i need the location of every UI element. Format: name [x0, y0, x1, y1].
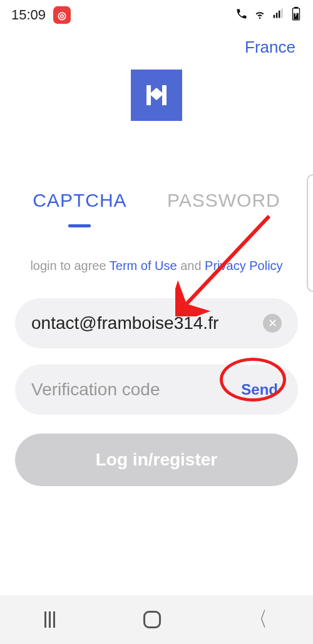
login-register-button[interactable]: Log in/register: [15, 434, 298, 486]
svg-rect-3: [281, 8, 283, 18]
nav-recent-button[interactable]: [44, 611, 55, 628]
email-field-container: ✕: [15, 298, 298, 348]
wifi-icon: [253, 8, 267, 23]
svg-rect-1: [276, 13, 278, 18]
svg-rect-2: [279, 11, 280, 18]
email-input[interactable]: [31, 313, 254, 333]
tab-captcha[interactable]: CAPTCHA: [33, 190, 126, 221]
battery-icon: [290, 7, 302, 24]
nav-home-button[interactable]: [143, 611, 161, 628]
android-navbar: 〈: [0, 595, 313, 644]
svg-rect-0: [274, 14, 275, 18]
send-button[interactable]: Send: [237, 381, 282, 398]
privacy-link[interactable]: Privacy Policy: [205, 259, 282, 273]
app-logo: [131, 70, 182, 121]
nav-back-button[interactable]: 〈: [251, 606, 267, 633]
status-bar: 15:09 ◎: [0, 0, 313, 26]
app-notification-icon: ◎: [53, 6, 71, 24]
clear-icon[interactable]: ✕: [263, 314, 282, 333]
auth-tabs: CAPTCHA PASSWORD: [0, 190, 313, 221]
tab-password[interactable]: PASSWORD: [167, 190, 280, 221]
code-field-container: Send: [15, 365, 298, 415]
region-link[interactable]: France: [245, 38, 295, 56]
scroll-indicator: [307, 174, 313, 292]
agree-text: login to agree Term of Use and Privacy P…: [0, 259, 313, 273]
status-icons: [235, 7, 302, 24]
terms-link[interactable]: Term of Use: [110, 259, 177, 273]
signal-icon: [272, 8, 285, 23]
call-icon: [235, 8, 248, 23]
status-time: 15:09: [11, 7, 46, 23]
verification-code-input[interactable]: [31, 380, 228, 400]
